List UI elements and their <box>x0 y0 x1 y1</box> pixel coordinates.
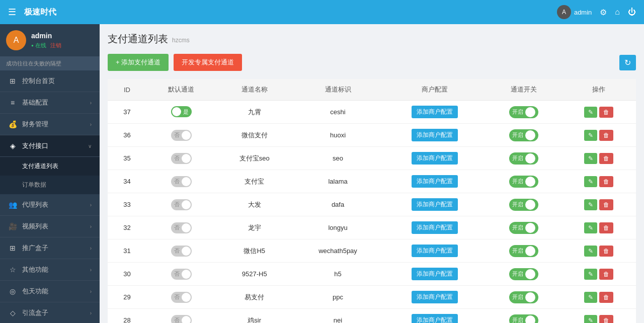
cell-switch[interactable]: 开启 <box>486 170 561 193</box>
config-button[interactable]: 添加商户配置 <box>412 245 458 257</box>
sidebar-item-promo[interactable]: ⊞ 推广盒子 › <box>0 237 100 259</box>
refresh-button[interactable]: ↻ <box>619 55 636 70</box>
delete-button[interactable]: 🗑 <box>599 246 613 257</box>
delete-button[interactable]: 🗑 <box>599 269 613 280</box>
cell-switch[interactable]: 开启 <box>486 216 561 239</box>
cell-config[interactable]: 添加商户配置 <box>383 263 486 286</box>
toggle-yes[interactable]: 是 <box>171 106 192 117</box>
logout-button[interactable]: 注销 <box>50 42 61 49</box>
cell-default[interactable]: 否 <box>146 216 216 239</box>
channel-toggle[interactable]: 开启 <box>509 152 538 165</box>
sidebar-item-payment-channel[interactable]: 支付通道列表 <box>0 157 100 176</box>
hamburger-icon[interactable]: ☰ <box>8 7 16 18</box>
sidebar-item-dashboard[interactable]: ⊞ 控制台首页 <box>0 70 100 92</box>
cell-switch[interactable]: 开启 <box>486 309 561 324</box>
config-button[interactable]: 添加商户配置 <box>412 268 458 280</box>
cell-default[interactable]: 否 <box>146 193 216 216</box>
cell-switch[interactable]: 开启 <box>486 193 561 216</box>
cell-switch[interactable]: 开启 <box>486 101 561 124</box>
channel-toggle[interactable]: 开启 <box>509 268 538 280</box>
sidebar-item-basic-config[interactable]: ≡ 基础配置 › <box>0 92 100 114</box>
cell-switch[interactable]: 开启 <box>486 239 561 263</box>
config-button[interactable]: 添加商户配置 <box>412 314 458 323</box>
delete-button[interactable]: 🗑 <box>599 222 613 233</box>
cell-config[interactable]: 添加商户配置 <box>383 147 486 170</box>
sidebar-item-payment[interactable]: ◈ 支付接口 ∨ <box>0 135 100 157</box>
channel-toggle[interactable]: 开启 <box>509 129 538 141</box>
delete-button[interactable]: 🗑 <box>599 153 613 164</box>
dev-payment-button[interactable]: 开发专属支付通道 <box>174 54 242 71</box>
toggle-no[interactable]: 否 <box>171 246 192 257</box>
edit-button[interactable]: ✎ <box>584 199 597 210</box>
edit-button[interactable]: ✎ <box>584 269 597 280</box>
toggle-no[interactable]: 否 <box>171 153 192 164</box>
cell-config[interactable]: 添加商户配置 <box>383 101 486 124</box>
edit-button[interactable]: ✎ <box>584 153 597 164</box>
add-payment-button[interactable]: + 添加支付通道 <box>108 54 169 71</box>
cell-config[interactable]: 添加商户配置 <box>383 309 486 324</box>
config-button[interactable]: 添加商户配置 <box>412 175 458 188</box>
toggle-no[interactable]: 否 <box>171 315 192 324</box>
cell-switch[interactable]: 开启 <box>486 147 561 170</box>
channel-toggle[interactable]: 开启 <box>509 245 538 257</box>
cell-config[interactable]: 添加商户配置 <box>383 239 486 263</box>
cell-config[interactable]: 添加商户配置 <box>383 124 486 147</box>
config-button[interactable]: 添加商户配置 <box>412 198 458 211</box>
edit-button[interactable]: ✎ <box>584 130 597 141</box>
delete-button[interactable]: 🗑 <box>599 199 613 210</box>
sidebar-item-other[interactable]: ☆ 其他功能 › <box>0 259 100 281</box>
channel-toggle[interactable]: 开启 <box>509 314 538 324</box>
delete-button[interactable]: 🗑 <box>599 130 613 141</box>
cell-default[interactable]: 否 <box>146 147 216 170</box>
channel-toggle[interactable]: 开启 <box>509 199 538 211</box>
edit-button[interactable]: ✎ <box>584 292 597 303</box>
channel-toggle[interactable]: 开启 <box>509 222 538 234</box>
config-button[interactable]: 添加商户配置 <box>412 291 458 303</box>
toggle-no[interactable]: 否 <box>171 269 192 280</box>
sidebar-item-pack[interactable]: ◎ 包天功能 › <box>0 281 100 302</box>
cell-switch[interactable]: 开启 <box>486 286 561 309</box>
channel-toggle[interactable]: 开启 <box>509 106 538 118</box>
delete-button[interactable]: 🗑 <box>599 292 613 303</box>
toggle-no[interactable]: 否 <box>171 130 192 141</box>
cell-config[interactable]: 添加商户配置 <box>383 216 486 239</box>
sidebar-item-video[interactable]: 🎥 视频列表 › <box>0 216 100 237</box>
toggle-no[interactable]: 否 <box>171 292 192 303</box>
cell-default[interactable]: 否 <box>146 309 216 324</box>
home-icon[interactable]: ⌂ <box>615 8 620 17</box>
edit-button[interactable]: ✎ <box>584 176 597 187</box>
config-button[interactable]: 添加商户配置 <box>412 221 458 234</box>
sidebar-item-order-data[interactable]: 订单数据 <box>0 176 100 194</box>
toggle-no[interactable]: 否 <box>171 222 192 233</box>
cell-switch[interactable]: 开启 <box>486 124 561 147</box>
delete-button[interactable]: 🗑 <box>599 107 613 118</box>
cell-default[interactable]: 否 <box>146 239 216 263</box>
delete-button[interactable]: 🗑 <box>599 176 613 187</box>
config-button[interactable]: 添加商户配置 <box>412 129 458 141</box>
network-icon[interactable]: ⚙ <box>600 8 607 17</box>
channel-toggle[interactable]: 开启 <box>509 291 538 303</box>
sidebar-item-agent[interactable]: 👥 代理列表 › <box>0 194 100 216</box>
cell-config[interactable]: 添加商户配置 <box>383 193 486 216</box>
cell-default[interactable]: 否 <box>146 124 216 147</box>
config-button[interactable]: 添加商户配置 <box>412 106 458 118</box>
cell-default[interactable]: 是 <box>146 101 216 124</box>
channel-toggle[interactable]: 开启 <box>509 176 538 188</box>
toggle-no[interactable]: 否 <box>171 199 192 210</box>
edit-button[interactable]: ✎ <box>584 246 597 257</box>
delete-button[interactable]: 🗑 <box>599 315 613 324</box>
edit-button[interactable]: ✎ <box>584 107 597 118</box>
edit-button[interactable]: ✎ <box>584 315 597 324</box>
edit-button[interactable]: ✎ <box>584 222 597 233</box>
cell-default[interactable]: 否 <box>146 170 216 193</box>
cell-default[interactable]: 否 <box>146 263 216 286</box>
sidebar-item-finance[interactable]: 💰 财务管理 › <box>0 114 100 135</box>
power-icon[interactable]: ⏻ <box>628 8 636 17</box>
cell-default[interactable]: 否 <box>146 286 216 309</box>
toggle-no[interactable]: 否 <box>171 176 192 187</box>
cell-switch[interactable]: 开启 <box>486 263 561 286</box>
sidebar-item-referral[interactable]: ◇ 引流盒子 › <box>0 302 100 323</box>
config-button[interactable]: 添加商户配置 <box>412 152 458 165</box>
cell-config[interactable]: 添加商户配置 <box>383 286 486 309</box>
cell-config[interactable]: 添加商户配置 <box>383 170 486 193</box>
